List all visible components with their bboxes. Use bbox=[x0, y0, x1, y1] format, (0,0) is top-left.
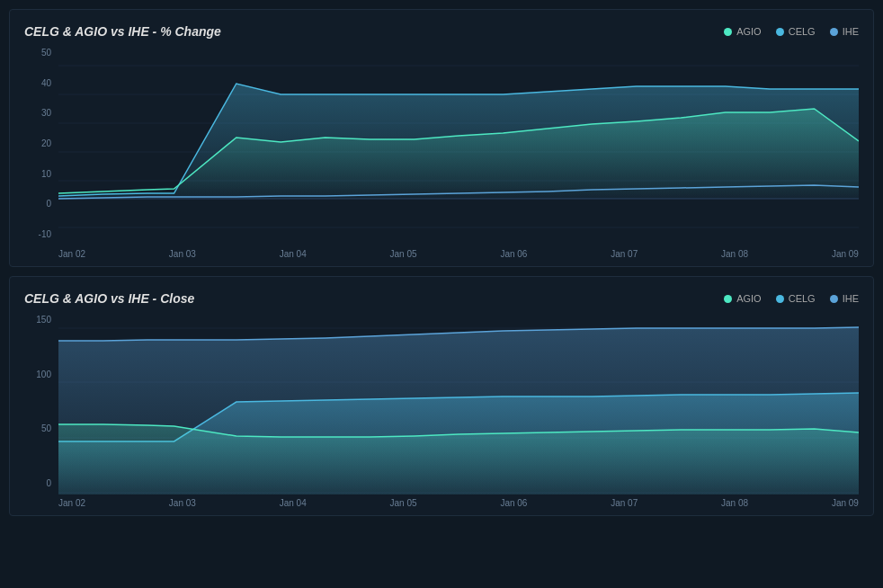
chart2-legend: AGIO CELG IHE bbox=[724, 293, 859, 304]
chart1-legend: AGIO CELG IHE bbox=[724, 26, 859, 37]
x1-jan09: Jan 09 bbox=[832, 249, 859, 259]
y1-40: 40 bbox=[41, 78, 51, 88]
x2-jan05: Jan 05 bbox=[390, 498, 417, 508]
x1-jan08: Jan 08 bbox=[721, 249, 748, 259]
y1-20: 20 bbox=[41, 138, 51, 148]
chart2-x-axis: Jan 02 Jan 03 Jan 04 Jan 05 Jan 06 Jan 0… bbox=[58, 494, 859, 508]
ihe-label-2: IHE bbox=[843, 293, 859, 304]
chart2-area: 150 100 50 0 bbox=[24, 315, 859, 508]
chart2-header: CELG & AGIO vs IHE - Close AGIO CELG IHE bbox=[24, 291, 859, 306]
chart1-title: CELG & AGIO vs IHE - % Change bbox=[24, 24, 221, 39]
chart2-title: CELG & AGIO vs IHE - Close bbox=[24, 291, 194, 306]
legend-celg-2: CELG bbox=[776, 293, 816, 304]
x1-jan06: Jan 06 bbox=[500, 249, 527, 259]
chart2-inner: Jan 02 Jan 03 Jan 04 Jan 05 Jan 06 Jan 0… bbox=[58, 315, 859, 508]
chart1-y-axis: 50 40 30 20 10 0 -10 bbox=[24, 48, 56, 239]
y2-150: 150 bbox=[36, 315, 51, 325]
y2-0: 0 bbox=[46, 478, 51, 488]
x1-jan04: Jan 04 bbox=[280, 249, 307, 259]
legend-ihe-2: IHE bbox=[830, 293, 859, 304]
x2-jan04: Jan 04 bbox=[280, 498, 307, 508]
agio-dot-2 bbox=[724, 295, 732, 303]
x2-jan07: Jan 07 bbox=[611, 498, 638, 508]
ihe-dot-1 bbox=[830, 28, 838, 36]
x1-jan05: Jan 05 bbox=[390, 249, 417, 259]
y1-0: 0 bbox=[46, 199, 51, 209]
chart1-x-axis: Jan 02 Jan 03 Jan 04 Jan 05 Jan 06 Jan 0… bbox=[58, 245, 859, 259]
y1-30: 30 bbox=[41, 108, 51, 118]
y2-50: 50 bbox=[41, 423, 51, 433]
x2-jan02: Jan 02 bbox=[58, 498, 85, 508]
y2-100: 100 bbox=[36, 370, 51, 379]
y1-10: 10 bbox=[41, 169, 51, 179]
celg-label-2: CELG bbox=[789, 293, 816, 304]
chart2-svg bbox=[58, 315, 859, 494]
x1-jan07: Jan 07 bbox=[611, 249, 638, 259]
legend-celg-1: CELG bbox=[776, 26, 816, 37]
legend-agio-1: AGIO bbox=[724, 26, 762, 37]
chart1-area: 50 40 30 20 10 0 -10 bbox=[24, 48, 859, 259]
celg-label-1: CELG bbox=[789, 26, 816, 37]
ihe-label-1: IHE bbox=[843, 26, 859, 37]
x1-jan02: Jan 02 bbox=[58, 249, 85, 259]
chart1-header: CELG & AGIO vs IHE - % Change AGIO CELG … bbox=[24, 24, 859, 39]
agio-label-2: AGIO bbox=[736, 293, 762, 304]
chart-percent-change: CELG & AGIO vs IHE - % Change AGIO CELG … bbox=[9, 9, 874, 267]
x2-jan09: Jan 09 bbox=[832, 498, 859, 508]
chart1-inner: Jan 02 Jan 03 Jan 04 Jan 05 Jan 06 Jan 0… bbox=[58, 48, 859, 259]
chart-close: CELG & AGIO vs IHE - Close AGIO CELG IHE… bbox=[9, 276, 874, 516]
chart2-y-axis: 150 100 50 0 bbox=[24, 315, 56, 488]
x2-jan06: Jan 06 bbox=[500, 498, 527, 508]
x2-jan03: Jan 03 bbox=[169, 498, 196, 508]
chart1-svg bbox=[58, 48, 859, 245]
legend-ihe-1: IHE bbox=[830, 26, 859, 37]
x2-jan08: Jan 08 bbox=[721, 498, 748, 508]
x1-jan03: Jan 03 bbox=[169, 249, 196, 259]
y1-neg10: -10 bbox=[39, 229, 51, 239]
y1-50: 50 bbox=[41, 48, 51, 58]
celg-dot-2 bbox=[776, 295, 784, 303]
celg-dot-1 bbox=[776, 28, 784, 36]
agio-dot-1 bbox=[724, 28, 732, 36]
legend-agio-2: AGIO bbox=[724, 293, 762, 304]
agio-label-1: AGIO bbox=[736, 26, 762, 37]
ihe-dot-2 bbox=[830, 295, 838, 303]
